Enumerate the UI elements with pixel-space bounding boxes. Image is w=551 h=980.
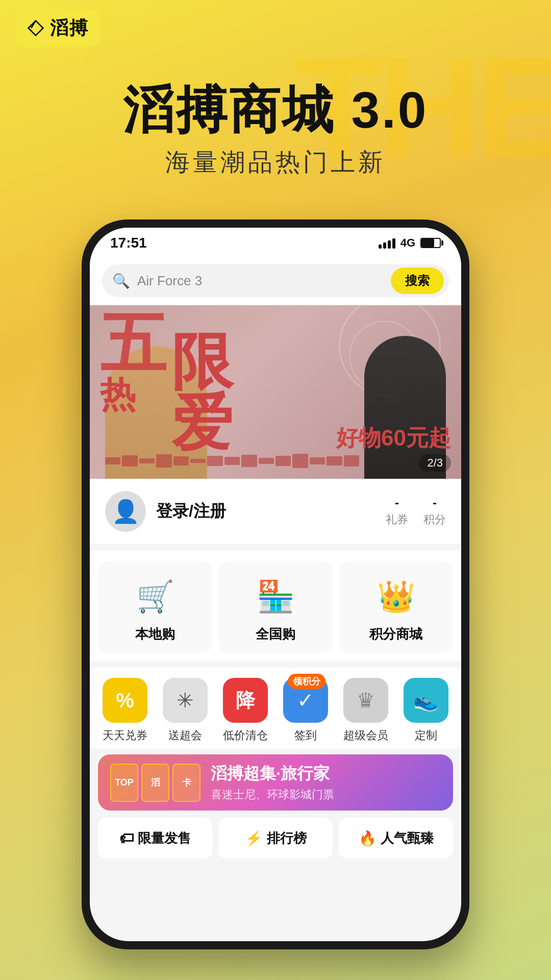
points-value: - bbox=[433, 496, 437, 510]
wave-bar bbox=[207, 456, 222, 466]
top-header: 滔搏 bbox=[0, 0, 551, 56]
user-section[interactable]: 👤 登录/注册 - 礼券 - 积分 bbox=[90, 479, 461, 545]
feature-label-points: 积分商城 bbox=[369, 625, 422, 643]
hero-section: 滔搏商城 3.0 海量潮品热门上新 bbox=[0, 66, 551, 194]
search-bar[interactable]: 🔍 Air Force 3 搜索 bbox=[102, 264, 449, 297]
banner-char-3: 限 bbox=[171, 331, 233, 392]
quick-label-custom: 定制 bbox=[415, 728, 437, 743]
feature-label-national: 全国购 bbox=[256, 625, 295, 643]
wave-bar bbox=[327, 456, 342, 465]
status-time: 17:51 bbox=[110, 235, 147, 251]
quick-clearance[interactable]: 降 低价清仓 bbox=[215, 678, 276, 743]
signal-bar-1 bbox=[379, 244, 382, 249]
logo-icon bbox=[27, 19, 45, 37]
avatar[interactable]: 👤 bbox=[105, 491, 146, 532]
search-button[interactable]: 搜索 bbox=[391, 267, 444, 294]
promo-cards: TOP 滔 卡 bbox=[110, 764, 201, 802]
quick-checkin[interactable]: 领积分 ✓ 签到 bbox=[276, 678, 336, 743]
coupon-item[interactable]: - 礼券 bbox=[386, 496, 408, 527]
wave-bar bbox=[156, 454, 171, 468]
promo-text: 滔搏超集·旅行家 喜迷士尼、环球影城门票 bbox=[211, 763, 441, 802]
status-icons: 4G bbox=[379, 236, 441, 250]
quick-icon-coupon: % bbox=[103, 678, 147, 723]
phone-wrapper: 17:51 4G 🔍 bbox=[82, 219, 469, 944]
feature-grid: 🛒 本地购 🏪 全国购 👑 积分商城 bbox=[90, 551, 461, 662]
banner-text-left: 五 热 bbox=[100, 310, 166, 412]
quick-access-row: % 天天兑券 ✳ 送超会 降 低价清仓 领积分 bbox=[90, 668, 461, 748]
quick-vip[interactable]: ✳ 送超会 bbox=[155, 678, 215, 743]
search-bar-area: 🔍 Air Force 3 搜索 bbox=[90, 258, 461, 305]
feature-local[interactable]: 🛒 本地购 bbox=[98, 561, 212, 653]
signal-bar-2 bbox=[383, 242, 386, 249]
wave-bar bbox=[224, 457, 240, 465]
wave-bar bbox=[139, 458, 155, 463]
user-points-area: - 礼券 - 积分 bbox=[386, 496, 446, 527]
custom-icon: 👟 bbox=[413, 689, 439, 713]
feature-icon-points: 👑 bbox=[373, 573, 419, 619]
quick-super-vip[interactable]: ♛ 超级会员 bbox=[336, 678, 396, 743]
limited-label: 限量发售 bbox=[138, 829, 191, 847]
bottom-categories: 🏷 限量发售 ⚡ 排行榜 🔥 人气甄臻 bbox=[90, 811, 461, 859]
banner-area[interactable]: 五 热 限 爱 好物60元起 bbox=[90, 305, 461, 479]
banner-page-indicator: 2/3 bbox=[419, 454, 451, 472]
quick-label-supervip: 超级会员 bbox=[343, 728, 388, 743]
quick-icon-clearance: 降 bbox=[223, 678, 268, 723]
coupon-value: - bbox=[395, 496, 399, 510]
vip-icon: ✳ bbox=[177, 689, 194, 712]
cat-ranking[interactable]: ⚡ 排行榜 bbox=[218, 818, 333, 859]
phone-inner: 17:51 4G 🔍 bbox=[90, 228, 461, 941]
search-icon: 🔍 bbox=[112, 273, 130, 289]
clearance-icon: 降 bbox=[236, 688, 255, 714]
login-text[interactable]: 登录/注册 bbox=[156, 500, 375, 523]
supervip-icon: ♛ bbox=[357, 689, 375, 712]
signal-bar-3 bbox=[388, 240, 391, 249]
quick-coupon[interactable]: % 天天兑券 bbox=[95, 678, 155, 743]
banner-waveform bbox=[105, 453, 359, 469]
points-item[interactable]: - 积分 bbox=[423, 496, 446, 527]
quick-label-vip: 送超会 bbox=[168, 728, 202, 743]
wave-bar bbox=[190, 459, 206, 463]
local-icon: 🛒 bbox=[136, 578, 174, 615]
points-label: 积分 bbox=[423, 512, 446, 527]
cat-limited[interactable]: 🏷 限量发售 bbox=[98, 818, 212, 859]
quick-custom[interactable]: 👟 定制 bbox=[396, 678, 456, 743]
quick-icon-custom: 👟 bbox=[404, 678, 448, 723]
hero-title: 滔搏商城 3.0 bbox=[31, 82, 520, 138]
wave-bar bbox=[122, 455, 137, 467]
promo-banner[interactable]: TOP 滔 卡 滔搏超集·旅行家 喜迷士尼、环球影城门票 bbox=[98, 754, 453, 811]
promo-card-3: 卡 bbox=[172, 764, 201, 802]
coupon-icon: % bbox=[116, 689, 134, 712]
wave-bar bbox=[105, 457, 120, 464]
signal-bars bbox=[379, 237, 395, 249]
ranking-icon: ⚡ bbox=[245, 830, 263, 847]
logo-badge[interactable]: 滔搏 bbox=[15, 10, 100, 47]
quick-label-clearance: 低价清仓 bbox=[223, 728, 268, 743]
promo-subtitle: 喜迷士尼、环球影城门票 bbox=[211, 787, 441, 802]
checkin-badge: 领积分 bbox=[288, 674, 325, 689]
popular-icon: 🔥 bbox=[359, 830, 377, 847]
battery-icon bbox=[420, 238, 441, 248]
checkin-icon: ✓ bbox=[297, 689, 314, 712]
feature-icon-local: 🛒 bbox=[132, 573, 178, 619]
promo-card-2: 滔 bbox=[141, 764, 169, 802]
promo-title: 滔搏超集·旅行家 bbox=[211, 763, 441, 785]
national-icon: 🏪 bbox=[257, 578, 295, 615]
banner-middle: 限 爱 bbox=[171, 331, 233, 453]
status-bar: 17:51 4G bbox=[90, 228, 461, 258]
banner-price: 好物60元起 bbox=[336, 423, 451, 453]
logo-text: 滔搏 bbox=[50, 16, 89, 41]
feature-national[interactable]: 🏪 全国购 bbox=[218, 561, 333, 653]
cat-popular[interactable]: 🔥 人气甄臻 bbox=[339, 818, 453, 859]
feature-icon-national: 🏪 bbox=[253, 573, 298, 619]
quick-icon-supervip: ♛ bbox=[343, 678, 388, 723]
svg-marker-0 bbox=[29, 21, 43, 36]
wave-bar bbox=[310, 457, 325, 464]
banner-char-4: 爱 bbox=[171, 392, 233, 453]
banner-char-2: 热 bbox=[100, 377, 166, 412]
feature-label-local: 本地购 bbox=[135, 625, 175, 643]
ranking-label: 排行榜 bbox=[267, 829, 307, 847]
coupon-label: 礼券 bbox=[386, 512, 408, 527]
feature-points-mall[interactable]: 👑 积分商城 bbox=[339, 561, 453, 653]
signal-bar-4 bbox=[392, 238, 395, 249]
wave-bar bbox=[292, 454, 308, 468]
